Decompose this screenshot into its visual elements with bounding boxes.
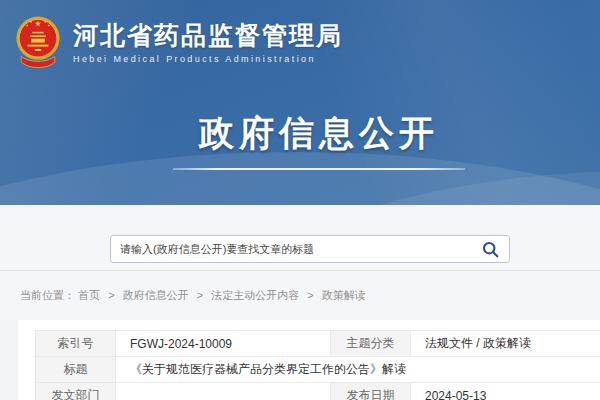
index-number-value: FGWJ-2024-10009 (116, 331, 331, 357)
document-title-value: 《关于规范医疗器械产品分类界定工作的公告》解读 (116, 357, 600, 383)
index-number-label: 索引号 (36, 331, 116, 357)
breadcrumb-item-info-disclosure[interactable]: 政府信息公开 (123, 289, 189, 301)
site-logo[interactable]: 河北省药品监督管理局 Hebei Medical Products Admini… (0, 0, 600, 73)
page-title: 政府信息公开 (0, 110, 600, 157)
site-subtitle: Hebei Medical Products Administration (73, 54, 343, 64)
banner-underline (173, 168, 465, 170)
breadcrumb: 当前位置： 首页 > 政府信息公开 > 法定主动公开内容 > 政策解读 (0, 271, 600, 320)
subject-category-value: 法规文件 / 政策解读 (411, 331, 600, 357)
search-input[interactable] (120, 243, 480, 255)
breadcrumb-item-policy-interpretation[interactable]: 政策解读 (322, 289, 366, 301)
publish-date-label: 发布日期 (331, 383, 411, 400)
site-title-block: 河北省药品监督管理局 Hebei Medical Products Admini… (73, 22, 343, 63)
hero-banner: 河北省药品监督管理局 Hebei Medical Products Admini… (0, 0, 600, 205)
publish-date-value: 2024-05-13 (411, 383, 600, 400)
document-detail-card: 索引号 FGWJ-2024-10009 主题分类 法规文件 / 政策解读 标题 … (18, 320, 600, 400)
search-box (110, 235, 510, 263)
breadcrumb-separator: > (197, 289, 203, 301)
breadcrumb-item-statutory-disclosure[interactable]: 法定主动公开内容 (211, 289, 299, 301)
breadcrumb-separator: > (108, 289, 114, 301)
table-row: 标题 《关于规范医疗器械产品分类界定工作的公告》解读 (36, 357, 600, 383)
national-emblem-icon (14, 13, 62, 73)
issuing-department-label: 发文部门 (36, 383, 116, 400)
breadcrumb-separator: > (307, 289, 313, 301)
title-label: 标题 (36, 357, 116, 383)
site-title: 河北省药品监督管理局 (73, 22, 343, 48)
breadcrumb-item-home[interactable]: 首页 (78, 289, 100, 301)
search-section (0, 205, 600, 271)
table-row: 发文部门 发布日期 2024-05-13 (36, 383, 600, 400)
breadcrumb-label: 当前位置： (20, 289, 75, 301)
document-metadata-table: 索引号 FGWJ-2024-10009 主题分类 法规文件 / 政策解读 标题 … (35, 330, 600, 400)
issuing-department-value (116, 383, 331, 400)
subject-category-label: 主题分类 (331, 331, 411, 357)
search-icon[interactable] (480, 239, 500, 259)
table-row: 索引号 FGWJ-2024-10009 主题分类 法规文件 / 政策解读 (36, 331, 600, 357)
